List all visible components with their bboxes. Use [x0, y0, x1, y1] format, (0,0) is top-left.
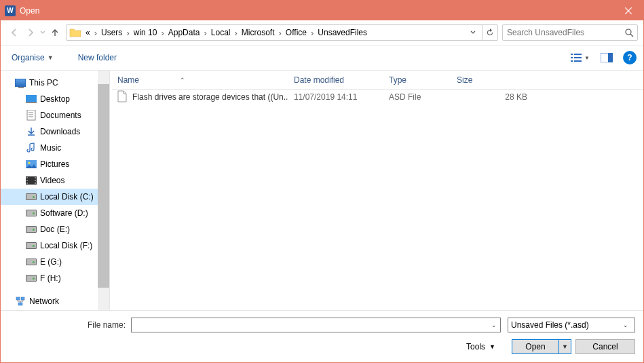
chevron-down-icon: ⌄: [620, 322, 632, 328]
drive-icon: [25, 210, 37, 216]
file-row[interactable]: Flash drives are storage devices that ((…: [112, 90, 643, 104]
file-pane: Name ⌃ Date modified Type Size Flash dri…: [112, 71, 643, 310]
sort-indicator-icon: ⌃: [180, 77, 185, 83]
close-button[interactable]: [613, 1, 643, 20]
tree-label: Music: [40, 143, 61, 153]
tree-software-d[interactable]: Software (D:): [1, 205, 109, 221]
chevron-right-icon: [93, 28, 98, 38]
refresh-button[interactable]: [482, 24, 498, 41]
tree-pictures[interactable]: Pictures: [1, 156, 109, 172]
navigation-tree[interactable]: This PC Desktop Documents Downloads Musi…: [1, 71, 109, 310]
recent-locations-button[interactable]: [39, 30, 47, 35]
svg-rect-23: [26, 183, 28, 184]
splitter[interactable]: [109, 71, 112, 310]
svg-rect-13: [26, 102, 37, 103]
tree-local-disk-c[interactable]: Local Disk (C:): [1, 189, 109, 205]
open-button[interactable]: Open ▼: [512, 339, 571, 354]
address-history-button[interactable]: [467, 30, 479, 35]
breadcrumb-overflow[interactable]: «: [83, 25, 93, 40]
filename-input[interactable]: [132, 320, 488, 330]
tree-videos[interactable]: Videos: [1, 172, 109, 189]
svg-rect-8: [571, 60, 573, 62]
cancel-button[interactable]: Cancel: [575, 339, 635, 354]
chevron-right-icon: [125, 28, 130, 38]
breadcrumb-item[interactable]: Microsoft: [239, 25, 278, 40]
tree-label: Software (D:): [40, 208, 88, 218]
breadcrumb-item[interactable]: UnsavedFiles: [315, 25, 370, 40]
column-header-size[interactable]: Size: [451, 71, 533, 89]
breadcrumb-item[interactable]: Office: [283, 25, 309, 40]
open-dialog: W Open « Users win 10 AppDa: [0, 0, 644, 363]
file-list[interactable]: Flash drives are storage devices that ((…: [112, 90, 643, 310]
svg-rect-25: [35, 180, 36, 181]
svg-rect-27: [16, 297, 20, 300]
videos-icon: [25, 176, 37, 185]
new-folder-button[interactable]: New folder: [74, 50, 121, 65]
tree-this-pc[interactable]: This PC: [1, 75, 109, 91]
arrow-left-icon: [10, 28, 19, 37]
chevron-down-icon[interactable]: ⌄: [488, 322, 500, 328]
tree-drive-g[interactable]: E (G:): [1, 254, 109, 270]
window-title: Open: [20, 6, 613, 16]
drive-icon: [25, 242, 37, 249]
breadcrumb-item[interactable]: AppData: [166, 25, 203, 40]
filename-combo[interactable]: ⌄: [131, 318, 501, 332]
help-button[interactable]: ?: [623, 51, 637, 64]
network-icon: [14, 297, 26, 306]
column-header-name[interactable]: Name ⌃: [112, 71, 288, 89]
tree-label: Local Disk (C:): [40, 192, 94, 202]
tree-local-disk-f[interactable]: Local Disk (F:): [1, 237, 109, 254]
back-button[interactable]: [6, 24, 22, 41]
search-input[interactable]: [503, 28, 621, 37]
pc-icon: [14, 79, 26, 87]
tree-doc-e[interactable]: Doc (E:): [1, 221, 109, 237]
forward-button[interactable]: [22, 24, 39, 41]
tree-desktop[interactable]: Desktop: [1, 91, 109, 107]
view-mode-button[interactable]: ▼: [566, 50, 594, 66]
open-split-button[interactable]: ▼: [558, 340, 571, 354]
file-type-filter[interactable]: Unsaved Files (*.asd) ⌄: [508, 318, 635, 332]
desktop-icon: [25, 95, 37, 103]
svg-rect-22: [26, 180, 28, 181]
tools-button[interactable]: Tools ▼: [466, 342, 495, 351]
breadcrumb-item[interactable]: win 10: [131, 25, 160, 40]
svg-rect-11: [608, 53, 613, 62]
close-icon: [625, 7, 632, 14]
tree-downloads[interactable]: Downloads: [1, 123, 109, 140]
file-type-label: Unsaved Files (*.asd): [511, 320, 620, 330]
pictures-icon: [25, 160, 37, 168]
column-header-date[interactable]: Date modified: [288, 71, 383, 89]
filename-label: File name:: [9, 320, 131, 330]
tree-documents[interactable]: Documents: [1, 107, 109, 123]
search-box[interactable]: [502, 24, 638, 41]
tree-label: This PC: [29, 78, 58, 88]
preview-pane-button[interactable]: [597, 50, 616, 66]
cancel-label: Cancel: [592, 342, 618, 351]
tree-label: Desktop: [40, 94, 70, 104]
drive-icon: [25, 226, 37, 233]
arrow-right-icon: [26, 28, 35, 37]
documents-icon: [25, 110, 37, 121]
breadcrumb-item[interactable]: Users: [98, 25, 125, 40]
tree-drive-h[interactable]: F (H:): [1, 270, 109, 286]
svg-rect-7: [574, 57, 582, 58]
organise-label: Organise: [12, 53, 45, 62]
organise-button[interactable]: Organise ▼: [7, 50, 58, 65]
drive-icon: [25, 193, 37, 200]
new-folder-label: New folder: [78, 53, 117, 62]
tree-network[interactable]: Network: [1, 293, 109, 309]
drive-icon: [25, 275, 37, 282]
drive-icon: [25, 259, 37, 265]
main-area: This PC Desktop Documents Downloads Musi…: [1, 71, 643, 310]
column-header-type[interactable]: Type: [383, 71, 451, 89]
scrollbar-thumb[interactable]: [98, 84, 109, 288]
up-button[interactable]: [47, 24, 63, 41]
tree-label: Local Disk (F:): [40, 241, 92, 250]
chevron-down-icon: [470, 30, 476, 35]
scrollbar-track[interactable]: [98, 71, 109, 310]
refresh-icon: [486, 28, 494, 37]
tree-music[interactable]: Music: [1, 140, 109, 156]
file-icon: [117, 90, 128, 104]
address-bar[interactable]: « Users win 10 AppData Local Microsoft O…: [66, 24, 482, 41]
breadcrumb-item[interactable]: Local: [208, 25, 233, 40]
